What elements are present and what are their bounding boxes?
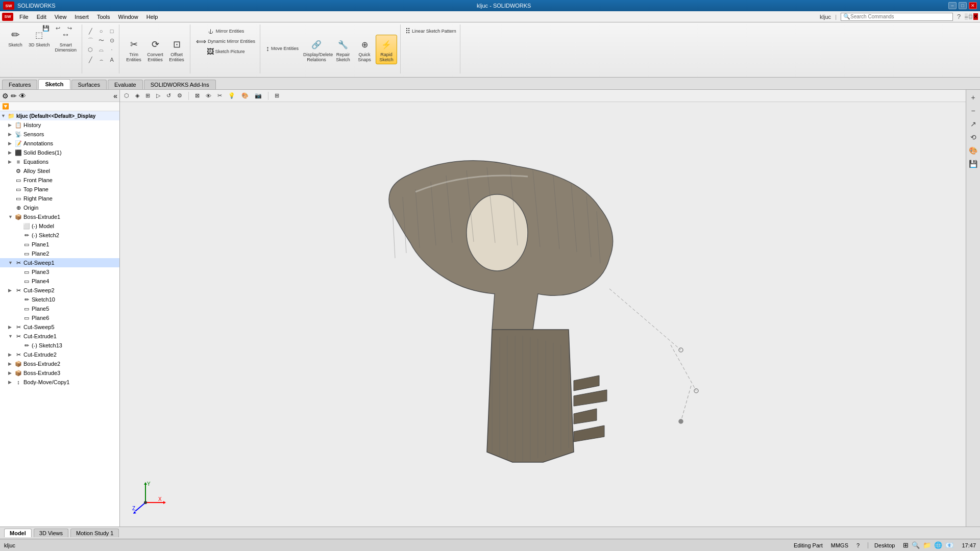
qa-save[interactable]: 💾	[41, 23, 51, 33]
tree-item-front-plane[interactable]: ▶ ▭ Front Plane	[0, 176, 119, 185]
rp-zoom-out[interactable]: −	[968, 105, 979, 116]
help-icon[interactable]: ?	[957, 13, 961, 20]
taskbar-start[interactable]: ⊞	[903, 541, 909, 549]
rapid-sketch-button[interactable]: ⚡ RapidSketch	[376, 35, 397, 64]
trim-entities-button[interactable]: ✂ TrimEntities	[124, 35, 144, 64]
tree-item-annotations[interactable]: ▶ 📝 Annotations	[0, 139, 119, 148]
tree-item-equations[interactable]: ▶ ≡ Equations	[0, 157, 119, 166]
tree-item-plane3[interactable]: ▶ ▭ Plane3	[0, 267, 119, 277]
tree-item-plane5[interactable]: ▶ ▭ Plane5	[0, 304, 119, 313]
tree-item-sketch2[interactable]: ▶ ✏ (-) Sketch2	[0, 231, 119, 240]
taskbar-browser[interactable]: 🌐	[934, 541, 942, 549]
tree-item-plane6[interactable]: ▶ ▭ Plane6	[0, 313, 119, 322]
tree-item-right-plane[interactable]: ▶ ▭ Right Plane	[0, 194, 119, 203]
tree-item-boss-extrude3[interactable]: ▶ 📦 Boss-Extrude3	[0, 368, 119, 378]
tree-item-cut-extrude1[interactable]: ▼ ✂ Cut-Extrude1	[0, 332, 119, 341]
rp-rotate[interactable]: ⟲	[968, 132, 979, 143]
minimize-button[interactable]: –	[948, 2, 957, 9]
chamfer-tool[interactable]: ╱	[85, 55, 95, 64]
repair-sketch-button[interactable]: 🔧 RepairSketch	[333, 35, 353, 64]
mirror-entities-button[interactable]: ⫝ Mirror Entities	[206, 27, 246, 36]
rect-tool[interactable]: □	[107, 27, 117, 36]
vp-render-btn[interactable]: 🎨	[239, 92, 251, 99]
taskbar-files[interactable]: 📁	[923, 541, 931, 549]
tree-item-sensors[interactable]: ▶ 📡 Sensors	[0, 130, 119, 139]
sketch-picture-button[interactable]: 🖼 Sketch Picture	[205, 47, 247, 56]
tree-item-solid-bodies[interactable]: ▶ ⬛ Solid Bodies(1)	[0, 148, 119, 157]
tree-item-plane2[interactable]: ▶ ▭ Plane2	[0, 249, 119, 258]
menu-tools[interactable]: Tools	[93, 13, 114, 21]
taskbar-search[interactable]: 🔍	[912, 541, 920, 549]
tree-item-cut-sweep1[interactable]: ▼ ✂ Cut-Sweep1	[0, 258, 119, 267]
move-entities-button[interactable]: ↕ Move Entities	[264, 44, 300, 53]
menu-insert[interactable]: Insert	[70, 13, 93, 21]
display-delete-button[interactable]: 🔗 Display/DeleteRelations	[301, 35, 332, 64]
qa-redo[interactable]: ↪	[64, 23, 75, 33]
vp-camera-btn[interactable]: 📷	[253, 92, 264, 99]
menu-view[interactable]: View	[51, 13, 71, 21]
tree-item-cut-extrude2[interactable]: ▶ ✂ Cut-Extrude2	[0, 350, 119, 359]
tree-item-boss-extrude1[interactable]: ▼ 📦 Boss-Extrude1	[0, 212, 119, 221]
rp-save-view[interactable]: 💾	[968, 158, 979, 169]
slot-tool[interactable]: ⌓	[96, 45, 106, 54]
vp-play-btn[interactable]: ▷	[154, 92, 162, 99]
convert-entities-button[interactable]: ⟳ ConvertEntities	[145, 35, 165, 64]
quick-snaps-button[interactable]: ⊕ QuickSnaps	[354, 35, 375, 64]
inner-close[interactable]: ✕	[973, 13, 978, 20]
sidebar-sketch-icon[interactable]: ✏	[11, 92, 17, 100]
spline-tool[interactable]: 〜	[96, 36, 106, 45]
tree-item-model[interactable]: ▶ ⬜ (-) Model	[0, 221, 119, 231]
menu-window[interactable]: Window	[114, 13, 142, 21]
tree-root[interactable]: ▼ 📁 kljuc (Default<<Default>_Display	[0, 111, 119, 120]
sidebar-display-icon[interactable]: 👁	[19, 92, 26, 100]
inner-minimize[interactable]: –	[965, 13, 968, 20]
vp-zoom-fit[interactable]: ⊠	[193, 92, 202, 99]
tree-item-sketch13[interactable]: ▶ ✏ (-) Sketch13	[0, 341, 119, 350]
taskbar-email[interactable]: 📧	[945, 541, 953, 549]
3d-viewport[interactable]: ⬡ ◈ ⊞ ▷ ↺ ⚙ ⊠ 👁 ✂ 💡 🎨 📷 ⊞	[120, 90, 966, 527]
qa-undo[interactable]: ↩	[53, 23, 63, 33]
tree-item-alloy-steel[interactable]: ▶ ⚙ Alloy Steel	[0, 166, 119, 176]
tree-item-cut-sweep2[interactable]: ▶ ✂ Cut-Sweep2	[0, 286, 119, 295]
search-commands-box[interactable]: 🔍	[841, 13, 953, 21]
close-button[interactable]: ✕	[969, 2, 977, 9]
menu-file[interactable]: File	[15, 13, 33, 21]
text-tool[interactable]: A	[107, 55, 117, 64]
sidebar-collapse-icon[interactable]: «	[113, 92, 117, 100]
tree-item-sketch10[interactable]: ▶ ✏ Sketch10	[0, 295, 119, 304]
tree-item-plane1[interactable]: ▶ ▭ Plane1	[0, 240, 119, 249]
help-status-icon[interactable]: ?	[856, 542, 860, 548]
sketch-button[interactable]: ✏ Sketch	[5, 26, 26, 49]
rp-pan[interactable]: ↗	[968, 118, 979, 130]
tab-addins[interactable]: SOLIDWORKS Add-Ins	[144, 80, 216, 89]
tree-item-top-plane[interactable]: ▶ ▭ Top Plane	[0, 185, 119, 194]
tree-item-cut-sweep5[interactable]: ▶ ✂ Cut-Sweep5	[0, 322, 119, 332]
tree-item-boss-extrude2[interactable]: ▶ 📦 Boss-Extrude2	[0, 359, 119, 368]
vp-display-btn[interactable]: 💡	[226, 92, 237, 99]
arc-tool[interactable]: ⌒	[85, 36, 95, 45]
menu-edit[interactable]: Edit	[33, 13, 51, 21]
sidebar-features-icon[interactable]: ⚙	[2, 92, 9, 100]
linear-sketch-pattern-button[interactable]: ⠿ Linear Sketch Pattern	[404, 27, 458, 36]
vp-undo-btn[interactable]: ↺	[164, 92, 173, 99]
rp-zoom-in[interactable]: +	[968, 92, 979, 103]
vp-section-btn[interactable]: ✂	[215, 92, 224, 99]
tree-item-origin[interactable]: ▶ ⊕ Origin	[0, 203, 119, 212]
ellipse-tool[interactable]: ⊙	[107, 36, 117, 45]
inner-restore[interactable]: □	[969, 13, 972, 20]
restore-button[interactable]: □	[959, 2, 967, 9]
bottom-tab-model[interactable]: Model	[4, 529, 32, 537]
search-commands-input[interactable]	[850, 14, 932, 19]
tab-surfaces[interactable]: Surfaces	[71, 80, 107, 89]
tree-item-history[interactable]: ▶ 📋 History	[0, 120, 119, 130]
menu-help[interactable]: Help	[142, 13, 162, 21]
rp-style[interactable]: 🎨	[968, 145, 979, 156]
offset-entities-button[interactable]: ⊡ OffsetEntities	[166, 35, 187, 64]
vp-grid-btn[interactable]: ⊞	[143, 92, 152, 99]
tab-sketch[interactable]: Sketch	[38, 79, 70, 89]
circle-tool[interactable]: ○	[96, 27, 106, 36]
dynamic-mirror-button[interactable]: ⟺ Dynamic Mirror Entities	[194, 37, 257, 46]
vp-snap-btn[interactable]: ⬡	[122, 92, 131, 99]
bottom-tab-motion[interactable]: Motion Study 1	[70, 529, 119, 537]
line-tool[interactable]: ╱	[85, 27, 95, 36]
